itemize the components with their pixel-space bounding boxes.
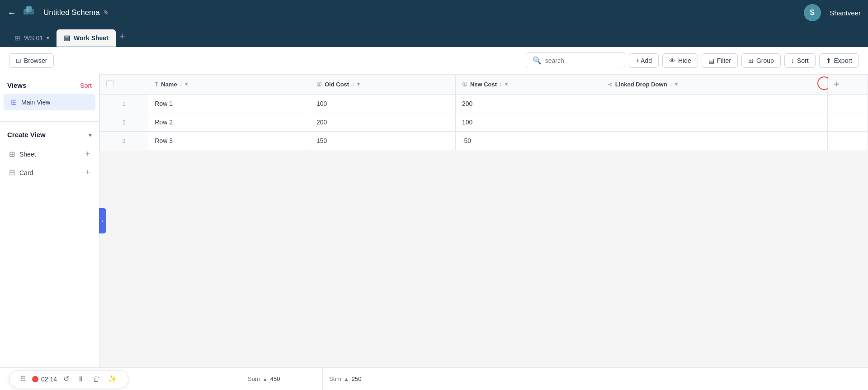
create-view-header[interactable]: Create View ▾: [7, 127, 92, 142]
number2-type-icon: ①: [462, 81, 467, 88]
row2-old-cost[interactable]: 200: [310, 113, 455, 132]
main-view-label: Main View: [21, 99, 50, 106]
tab-worksheet[interactable]: ▤ Work Sheet: [57, 29, 116, 47]
search-box[interactable]: 🔍: [526, 52, 625, 68]
create-view-section: Create View ▾ ⊞ Sheet + ⊟ Card +: [0, 127, 99, 181]
bottom-bar: ⠿ 02:14 ↺ ⏸ 🗑 ✨ Sum ▲ 450 Sum ▲ 250: [0, 367, 868, 390]
table-container[interactable]: T Name ↕ ▾ ① Old Cost ↕ ▾: [99, 74, 868, 367]
undo-button[interactable]: ↺: [61, 373, 71, 385]
add-tab-button[interactable]: +: [116, 27, 129, 47]
new-cost-sort-icon[interactable]: ↕: [500, 82, 502, 87]
row1-linked-dropdown[interactable]: [601, 95, 827, 113]
old-cost-col-dropdown-icon[interactable]: ▾: [357, 81, 360, 87]
row1-old-cost[interactable]: 100: [310, 95, 455, 113]
timer-display: 02:14: [32, 376, 57, 383]
table-row: 2 Row 2 200 100: [100, 113, 868, 132]
sort-button[interactable]: ↕ Sort: [784, 53, 816, 68]
linked-dropdown-label: Linked Drop Down: [615, 81, 667, 88]
sheet-view-item[interactable]: ⊞ Sheet +: [7, 146, 92, 162]
search-input[interactable]: [545, 57, 618, 64]
avatar: S: [804, 4, 821, 21]
add-column-icon[interactable]: +: [834, 79, 840, 89]
tab-ws01[interactable]: ⊞ WS 01 ▾: [7, 29, 57, 47]
views-sort-button[interactable]: Sort: [80, 82, 92, 89]
row-number: 3: [100, 132, 148, 150]
filter-icon: ▤: [708, 57, 714, 64]
timer-value: 02:14: [41, 376, 57, 383]
row1-add-cell: [827, 95, 868, 113]
linked-col-dropdown-icon[interactable]: ▾: [675, 81, 678, 87]
row3-add-cell: [827, 132, 868, 150]
magic-button[interactable]: ✨: [106, 373, 119, 385]
add-column-header[interactable]: +: [827, 75, 868, 95]
browser-button[interactable]: ⊡ Browser: [9, 53, 54, 68]
group-button[interactable]: ⊞ Group: [741, 53, 781, 68]
select-all-checkbox[interactable]: [106, 80, 113, 87]
new-cost-sum-label: Sum: [329, 376, 341, 382]
drag-handle[interactable]: ⠿: [19, 373, 28, 385]
main-view-item[interactable]: ⊞ Main View: [4, 94, 95, 110]
checkbox-header[interactable]: [100, 75, 148, 95]
grid-view-icon: ⊞: [11, 98, 17, 106]
views-title: Views: [7, 81, 26, 89]
card-label: Card: [19, 169, 33, 176]
new-cost-column-header[interactable]: ① New Cost ↕ ▾: [455, 75, 601, 95]
old-cost-sort-icon[interactable]: ↕: [352, 82, 354, 87]
table-area: T Name ↕ ▾ ① Old Cost ↕ ▾: [99, 74, 868, 367]
card-icon: ⊟: [9, 168, 15, 177]
add-sheet-button[interactable]: +: [85, 149, 90, 159]
row2-name[interactable]: Row 2: [148, 113, 310, 132]
row1-name[interactable]: Row 1: [148, 95, 310, 113]
export-button[interactable]: ⬆ Export: [819, 53, 859, 68]
number-type-icon: ①: [316, 81, 322, 88]
views-header: Views Sort: [0, 74, 99, 94]
create-view-title: Create View: [7, 131, 46, 138]
row3-new-cost[interactable]: -50: [455, 132, 601, 150]
table-row: 3 Row 3 150 -50: [100, 132, 868, 150]
chevron-down-icon: ▾: [89, 131, 92, 138]
row-number: 2: [100, 113, 148, 132]
sidebar-divider: [0, 121, 99, 122]
edit-icon[interactable]: ✎: [104, 9, 109, 16]
linked-dropdown-column-header[interactable]: ≺ Linked Drop Down ↕ ▾: [601, 75, 827, 95]
record-toolbar: ⠿ 02:14 ↺ ⏸ 🗑 ✨: [9, 370, 128, 388]
tab-ws01-icon: ⊞: [14, 34, 20, 42]
back-button[interactable]: ←: [7, 8, 16, 18]
add-button[interactable]: + Add: [629, 53, 659, 68]
new-cost-sum-value: 250: [352, 376, 362, 382]
tab-worksheet-label: Work Sheet: [74, 34, 108, 42]
name-sort-icon[interactable]: ↕: [180, 82, 183, 87]
tab-worksheet-icon: ▤: [64, 34, 70, 42]
linked-sort-icon[interactable]: ↕: [670, 82, 673, 87]
row2-linked-dropdown[interactable]: [601, 113, 827, 132]
sheet-icon: ⊞: [9, 150, 15, 158]
name-column-label: Name: [161, 81, 177, 88]
add-card-button[interactable]: +: [85, 168, 90, 177]
toolbar-right: 🔍 + Add 👁 Hide ▤ Filter ⊞ Group ↕ Sort ⬆…: [526, 52, 859, 68]
name-col-dropdown-icon[interactable]: ▾: [185, 81, 188, 87]
pause-button[interactable]: ⏸: [75, 373, 86, 385]
tab-bar: ⊞ WS 01 ▾ ▤ Work Sheet +: [0, 25, 868, 47]
delete-button[interactable]: 🗑: [91, 373, 102, 385]
new-cost-column-label: New Cost: [470, 81, 497, 88]
row1-new-cost[interactable]: 200: [455, 95, 601, 113]
old-cost-column-header[interactable]: ① Old Cost ↕ ▾: [310, 75, 455, 95]
user-name: Shantveer: [830, 9, 861, 17]
sum-row: Sum ▲ 450 Sum ▲ 250: [241, 368, 404, 390]
old-cost-sum: Sum ▲ 450: [241, 368, 323, 390]
sidebar-collapse-button[interactable]: ‹: [99, 208, 106, 233]
row3-old-cost[interactable]: 150: [310, 132, 455, 150]
row3-name[interactable]: Row 3: [148, 132, 310, 150]
new-cost-col-dropdown-icon[interactable]: ▾: [505, 81, 508, 87]
hide-button[interactable]: 👁 Hide: [662, 53, 698, 68]
record-dot: [32, 376, 38, 382]
name-column-header[interactable]: T Name ↕ ▾: [148, 75, 310, 95]
search-icon: 🔍: [533, 56, 542, 65]
filter-button[interactable]: ▤ Filter: [702, 53, 738, 68]
data-table: T Name ↕ ▾ ① Old Cost ↕ ▾: [99, 74, 868, 150]
row3-linked-dropdown[interactable]: [601, 132, 827, 150]
tab-ws01-dropdown[interactable]: ▾: [47, 35, 49, 41]
card-view-item[interactable]: ⊟ Card +: [7, 164, 92, 181]
toolbar-left: ⊡ Browser: [9, 53, 54, 68]
row2-new-cost[interactable]: 100: [455, 113, 601, 132]
